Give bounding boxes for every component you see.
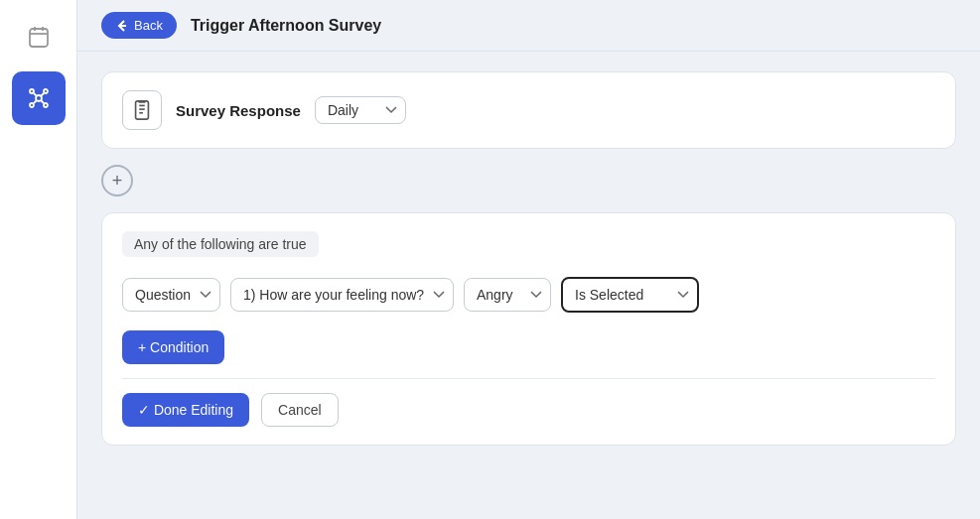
condition-tag: Any of the following are true [122, 231, 319, 257]
svg-point-5 [30, 89, 34, 93]
frequency-select[interactable]: Daily Weekly Monthly [315, 96, 406, 124]
page-header: Back Trigger Afternoon Survey [77, 0, 980, 52]
add-trigger-button[interactable]: + [101, 165, 133, 196]
done-editing-button[interactable]: ✓ Done Editing [122, 393, 249, 427]
question-select[interactable]: 1) How are your feeling now? [230, 278, 454, 312]
condition-card: Any of the following are true Question 1… [101, 212, 956, 446]
svg-point-7 [30, 103, 34, 107]
svg-line-11 [34, 100, 37, 103]
sidebar-item-network[interactable] [12, 71, 66, 125]
main-content: Back Trigger Afternoon Survey Survey Res… [77, 0, 980, 519]
svg-rect-17 [138, 100, 145, 103]
add-condition-button[interactable]: + Condition [122, 330, 224, 364]
question-type-select[interactable]: Question [122, 278, 220, 312]
back-button[interactable]: Back [101, 12, 177, 39]
svg-line-12 [41, 100, 44, 103]
svg-line-9 [34, 93, 37, 96]
sidebar [0, 0, 77, 519]
svg-line-10 [41, 93, 44, 96]
sidebar-item-calendar[interactable] [12, 10, 66, 64]
add-icon: + [112, 171, 123, 192]
svg-point-6 [44, 89, 48, 93]
action-row: + Condition [122, 330, 935, 364]
svg-rect-0 [30, 29, 48, 47]
page-title: Trigger Afternoon Survey [191, 17, 381, 35]
condition-header: Any of the following are true [122, 231, 935, 257]
add-condition-label: + Condition [138, 339, 209, 355]
done-label: ✓ Done Editing [138, 402, 233, 418]
content-area: Survey Response Daily Weekly Monthly + A… [77, 52, 980, 519]
cancel-label: Cancel [278, 402, 322, 418]
survey-row: Survey Response Daily Weekly Monthly [122, 90, 935, 130]
svg-rect-13 [136, 101, 149, 119]
operator-select[interactable]: Is Selected Is Not Selected [561, 277, 699, 313]
divider [122, 378, 935, 379]
svg-point-8 [44, 103, 48, 107]
survey-response-card: Survey Response Daily Weekly Monthly [101, 71, 956, 149]
survey-icon [122, 90, 162, 130]
survey-label: Survey Response [176, 102, 301, 119]
answer-select[interactable]: Angry Happy Sad Neutral [464, 278, 551, 312]
cancel-button[interactable]: Cancel [261, 393, 339, 427]
done-cancel-row: ✓ Done Editing Cancel [122, 393, 935, 427]
filter-row: Question 1) How are your feeling now? An… [122, 277, 935, 313]
back-label: Back [134, 18, 163, 33]
